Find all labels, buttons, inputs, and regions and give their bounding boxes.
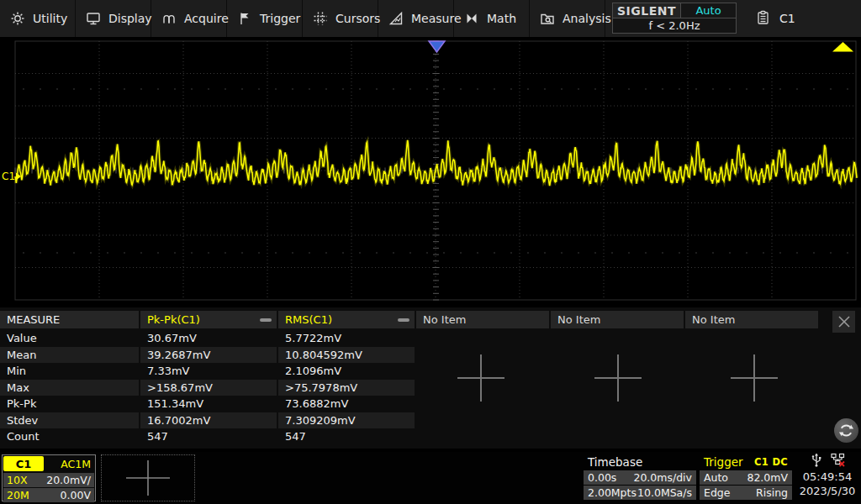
menu-item-label: Cursors (335, 12, 380, 25)
menu-item-label: Utility (33, 12, 67, 25)
menu-item-measure[interactable]: Measure (378, 0, 454, 37)
acquire-icon (161, 11, 177, 26)
oscilloscope-screen: Utility Display Acquire Trigger Cursors (0, 0, 861, 504)
menu-item-math[interactable]: Math (454, 0, 530, 37)
trigger-mode: Auto (704, 471, 728, 484)
menu-item-label: Analysis (563, 12, 611, 25)
table-row: Max>158.67mV>75.7978mV (0, 380, 415, 396)
menu-item-label: Display (108, 12, 152, 25)
measure-column-empty-2[interactable]: No Item (551, 311, 684, 328)
scope-grid: C1 (0, 37, 861, 307)
timebase-delay: 0.00s (588, 471, 616, 484)
measure-title: MEASURE (0, 311, 139, 328)
vertical-offset: 0.00V (61, 489, 91, 501)
trigger-slope: Rising (756, 486, 788, 499)
trigger-descriptor[interactable]: TriggerC1 DC Auto82.0mV EdgeRising (700, 454, 792, 501)
menu-item-utility[interactable]: Utility (0, 0, 76, 37)
add-measure-button[interactable] (454, 351, 508, 405)
analysis-icon (540, 11, 555, 26)
system-time: 05:49:54 (795, 470, 860, 483)
trigger-level: 82.0mV (747, 471, 788, 484)
menu-item-label: Trigger (260, 12, 300, 25)
timebase-scale: 20.0ms/div (633, 471, 692, 484)
table-row: Stdev16.7002mV7.309209mV (0, 412, 415, 429)
status-bar: C1 AC1M 10X20.0mV/ 20M0.00V Timebase 0.0… (0, 452, 861, 504)
menu-bar: Utility Display Acquire Trigger Cursors (0, 0, 861, 37)
trigger-coupling: DC (772, 456, 788, 468)
table-row: Min7.33mV2.1096mV (0, 363, 415, 380)
math-icon (464, 11, 479, 26)
add-channel-button[interactable] (101, 454, 195, 501)
menu-item-cursors[interactable]: Cursors (303, 0, 378, 37)
menu-item-acquire[interactable]: Acquire (151, 0, 227, 37)
gear-icon (10, 11, 25, 26)
menu-item-label: Acquire (184, 12, 229, 25)
probe-attenuation: 10X (7, 474, 27, 486)
plus-icon (121, 459, 175, 497)
trigger-level-marker[interactable] (832, 42, 853, 52)
table-row: Value30.67mV5.7722mV (0, 330, 415, 347)
active-channel-label: C1 (779, 12, 795, 25)
close-measure-panel-button[interactable] (832, 311, 855, 333)
sample-rate: 10.0MSa/s (637, 486, 692, 499)
active-channel-badge[interactable]: C1 (757, 0, 795, 37)
channel-coupling: AC1M (61, 458, 94, 470)
menu-item-display[interactable]: Display (76, 0, 151, 37)
trigger-type: Edge (704, 486, 730, 499)
frequency-counter: f < 2.0Hz (612, 18, 737, 34)
plus-icon (727, 351, 781, 405)
acquisition-status[interactable]: Auto (681, 3, 737, 18)
measure-column-empty-3[interactable]: No Item (685, 311, 818, 328)
remove-measure-icon[interactable] (398, 318, 409, 322)
brand-cluster: SIGLENT Auto f < 2.0Hz (612, 3, 738, 34)
timebase-title: Timebase (588, 455, 642, 469)
table-row: Count547547 (0, 428, 415, 445)
plus-icon (454, 351, 508, 405)
channel-descriptor-c1[interactable]: C1 AC1M 10X20.0mV/ 20M0.00V (2, 454, 96, 501)
measure-header-row: MEASURE Pk-Pk(C1) RMS(C1) No Item No Ite… (0, 311, 818, 328)
measure-panel: MEASURE Pk-Pk(C1) RMS(C1) No Item No Ite… (0, 307, 861, 449)
add-measure-button[interactable] (591, 351, 645, 405)
menu-item-trigger[interactable]: Trigger (227, 0, 303, 37)
table-row: Pk-Pk151.34mV73.6882mV (0, 396, 415, 412)
display-icon (86, 11, 101, 26)
add-measure-button[interactable] (727, 351, 781, 405)
menu-item-label: Math (487, 12, 516, 25)
flag-icon (237, 11, 252, 26)
measure-column-pkpk[interactable]: Pk-Pk(C1) (140, 311, 277, 328)
cursors-icon (313, 11, 328, 26)
waveform-display: C1 (0, 37, 861, 307)
usb-icon (811, 453, 822, 470)
trigger-title: Trigger (704, 455, 743, 469)
channel-name-badge: C1 (3, 456, 44, 471)
timebase-descriptor[interactable]: Timebase 0.00s20.0ms/div 2.00Mpts10.0MSa… (584, 454, 696, 501)
table-row: Mean39.2687mV10.804592mV (0, 347, 415, 364)
close-icon (837, 315, 851, 328)
remove-measure-icon[interactable] (260, 318, 272, 322)
plus-icon (591, 351, 645, 405)
measure-icon (388, 11, 404, 26)
menu-item-analysis[interactable]: Analysis (530, 0, 605, 37)
memory-depth: 2.00Mpts (588, 486, 637, 499)
gesture-dial-button[interactable] (834, 418, 858, 443)
measure-column-empty-1[interactable]: No Item (416, 311, 549, 328)
lan-disconnected-icon (831, 453, 845, 470)
channel-offset-label: C1 (2, 171, 15, 182)
clipboard-icon (757, 10, 769, 28)
measure-column-rms[interactable]: RMS(C1) (278, 311, 415, 328)
vertical-scale: 20.0mV/ (46, 474, 91, 486)
trigger-position-marker[interactable] (429, 41, 445, 52)
refresh-icon (838, 423, 854, 438)
system-date: 2023/5/30 (795, 485, 860, 497)
siglent-logo: SIGLENT (612, 3, 681, 18)
trigger-source: C1 (754, 456, 769, 468)
system-status: 05:49:54 2023/5/30 (795, 454, 860, 502)
measure-table: Value30.67mV5.7722mV Mean39.2687mV10.804… (0, 330, 415, 445)
bandwidth-limit: 20M (7, 489, 29, 501)
